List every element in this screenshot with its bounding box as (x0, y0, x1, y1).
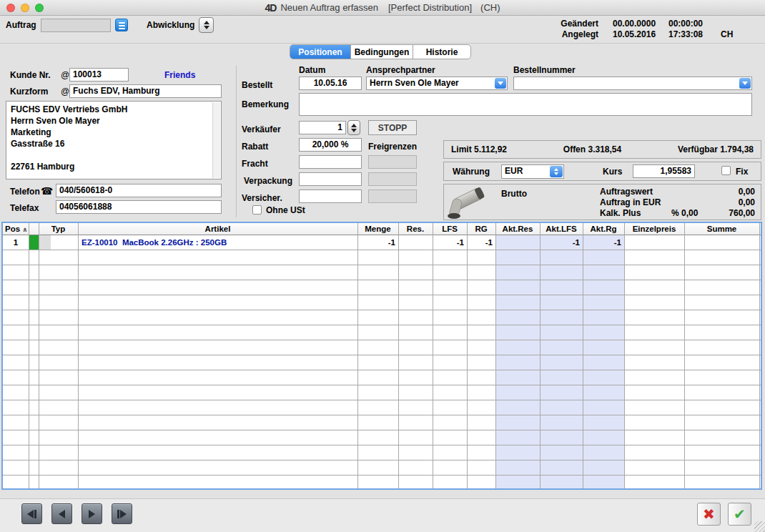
column-header-menge[interactable]: Menge (357, 223, 398, 235)
address-line (11, 149, 217, 161)
customer-category-link[interactable]: Friends (164, 70, 195, 80)
auftrag-eur-value: 0,00 (739, 197, 755, 207)
sort-ascending-icon: ∧ (22, 226, 27, 233)
kurs-label: Kurs (603, 167, 622, 177)
kurzform-field[interactable]: Fuchs EDV, Hamburg (69, 84, 222, 98)
tab-historie[interactable]: Historie (413, 45, 470, 59)
minimize-window-button[interactable] (21, 4, 29, 12)
ansprechpartner-combobox[interactable]: Herrn Sven Ole Mayer (366, 77, 508, 90)
column-header-status[interactable] (29, 223, 39, 235)
column-divider (495, 223, 496, 488)
verpackung-field[interactable] (299, 172, 362, 186)
verkaeufer-label: Verkäufer (242, 124, 281, 134)
column-divider (467, 223, 468, 488)
kurzform-label: Kurzform (10, 87, 48, 97)
ohne-ust-checkbox[interactable] (252, 205, 262, 215)
last-record-button[interactable] (112, 503, 132, 524)
column-divider (759, 223, 760, 488)
column-header-lfs[interactable]: LFS (433, 223, 467, 235)
column-header-akt-lfs[interactable]: Akt.LFS (540, 223, 583, 235)
geaendert-label: Geändert (556, 19, 598, 29)
column-header-akt-rg[interactable]: Akt.Rg (583, 223, 624, 235)
table-body[interactable]: 1 EZ-10010 MacBook 2.26GHz : 250GB -1 -1… (3, 235, 761, 488)
next-record-button[interactable] (82, 503, 102, 524)
verpackung-limit-field (368, 172, 417, 186)
column-divider (29, 223, 29, 488)
kurs-field[interactable]: 1,95583 (633, 164, 695, 178)
triangle-right-icon (89, 510, 95, 518)
stopp-button[interactable]: STOPP (368, 120, 417, 135)
column-header-typ[interactable]: Typ (39, 223, 78, 235)
address-textarea[interactable]: FUCHS EDV Vertriebs GmbH Herrn Sven Ole … (6, 101, 222, 179)
bar-icon (117, 510, 119, 518)
close-window-button[interactable] (6, 4, 15, 12)
first-record-button[interactable] (21, 503, 42, 524)
column-divider (624, 223, 625, 488)
cancel-x-icon: ✖ (703, 507, 715, 521)
verkaeufer-field[interactable]: 1 (299, 121, 346, 134)
country-indicator: (CH) (480, 2, 500, 13)
bestellt-date-field[interactable]: 10.05.16 (299, 77, 362, 90)
column-header-pos[interactable]: Pos ∧ (5, 223, 29, 235)
limit-value: Limit 5.112,92 (451, 144, 507, 154)
order-list-icon[interactable] (115, 19, 128, 31)
column-header-rg[interactable]: RG (467, 223, 495, 235)
rabatt-field[interactable]: 20,000 % (299, 138, 362, 152)
positions-table[interactable]: Pos ∧ Typ Artikel Menge Res. LFS RG Akt.… (1, 222, 762, 490)
chevron-down-icon[interactable] (495, 78, 506, 89)
chevron-down-icon[interactable] (739, 78, 751, 89)
geaendert-date: 00.00.0000 (613, 19, 656, 29)
telefax-field[interactable]: 04056061888 (56, 200, 222, 214)
phone-icon: ☎ (41, 185, 53, 197)
angelegt-label: Angelegt (556, 29, 598, 39)
verkaeufer-stepper[interactable] (347, 120, 360, 135)
bemerkung-field[interactable] (299, 93, 752, 116)
tab-positionen[interactable]: Positionen (290, 45, 351, 59)
panel-divider (236, 66, 237, 217)
column-header-res[interactable]: Res. (398, 223, 433, 235)
column-divider (357, 223, 358, 488)
window-resize-grip[interactable] (754, 521, 765, 532)
ansprechpartner-value: Herrn Sven Ole Mayer (370, 78, 459, 88)
address-line: Gasstraße 16 (11, 138, 217, 149)
kunde-nr-label: Kunde Nr. (10, 70, 51, 80)
column-header-akt-res[interactable]: Akt.Res (495, 223, 540, 235)
credit-limit-box: Limit 5.112,92 Offen 3.318,54 Verfügbar … (443, 140, 761, 159)
telefon-label: Telefon (10, 187, 40, 197)
versicherung-label: Versicher. (242, 193, 282, 203)
ohne-ust-label: Ohne USt (266, 205, 305, 215)
abwicklung-stepper[interactable] (199, 17, 214, 33)
titlebar: 4D Neuen Auftrag erfassen [Perfect Distr… (0, 0, 765, 16)
verpackung-label: Verpackung (244, 176, 292, 186)
window-controls (6, 4, 44, 12)
versicherung-field[interactable] (299, 189, 362, 203)
auftrag-field[interactable] (41, 19, 111, 32)
kunde-nr-field[interactable]: 100013 (69, 68, 129, 82)
column-header-einzelpreis[interactable]: Einzelpreis (624, 223, 684, 235)
previous-record-button[interactable] (51, 503, 72, 524)
brutto-label: Brutto (501, 189, 527, 199)
fracht-field[interactable] (299, 155, 362, 169)
telefon-field[interactable]: 040/560618-0 (56, 184, 222, 197)
cancel-button[interactable]: ✖ (697, 503, 721, 526)
confirm-button[interactable]: ✔ (728, 503, 751, 526)
rabatt-label: Rabatt (242, 142, 268, 152)
column-divider (39, 223, 39, 488)
geaendert-time: 00:00:00 (668, 19, 703, 29)
fix-checkbox[interactable] (721, 166, 731, 175)
bestellnummer-combobox[interactable] (513, 77, 752, 90)
kalk-plus-label: Kalk. Plus (600, 208, 641, 218)
stepper-down-icon (351, 129, 357, 132)
versicherung-limit-field (368, 189, 417, 203)
zoom-window-button[interactable] (35, 4, 44, 12)
tab-bedingungen[interactable]: Bedingungen (351, 45, 413, 59)
waehrung-popup[interactable]: EUR (501, 164, 564, 179)
column-divider (583, 223, 583, 488)
bestellnummer-header: Bestellnummer (513, 65, 576, 75)
address-scrollbar[interactable] (212, 102, 220, 178)
table-grid-lines (3, 235, 761, 488)
barcode-scanner-icon[interactable] (447, 186, 490, 219)
column-header-artikel[interactable]: Artikel (78, 223, 357, 235)
column-header-summe[interactable]: Summe (684, 223, 759, 235)
address-line: 22761 Hamburg (11, 161, 217, 172)
